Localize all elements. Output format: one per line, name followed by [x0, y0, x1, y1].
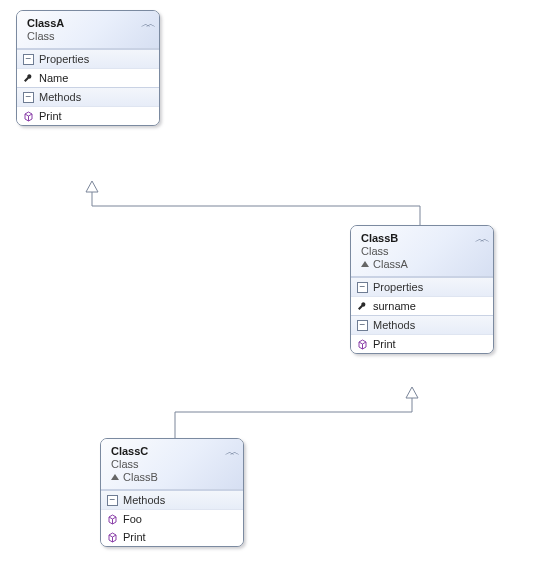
minus-toggle-icon[interactable]: −: [23, 92, 34, 103]
member-name: surname: [373, 300, 416, 312]
collapse-chevron-icon[interactable]: ︿︿: [225, 445, 235, 459]
class-header[interactable]: ︿︿ ClassA Class: [17, 11, 159, 49]
section-properties: −Properties Name: [17, 49, 159, 87]
class-node-classa[interactable]: ︿︿ ClassA Class −Properties Name −Method…: [16, 10, 160, 126]
section-methods: −Methods Foo Print: [101, 490, 243, 546]
member-name: Print: [123, 531, 146, 543]
class-title: ClassB: [361, 232, 485, 244]
section-label: Methods: [39, 91, 81, 103]
member-row[interactable]: Foo: [101, 510, 243, 528]
class-stereotype: Class: [27, 30, 151, 42]
section-label: Properties: [373, 281, 423, 293]
section-header[interactable]: −Properties: [351, 278, 493, 297]
class-stereotype: Class: [361, 245, 485, 257]
class-title: ClassC: [111, 445, 235, 457]
minus-toggle-icon[interactable]: −: [107, 495, 118, 506]
member-row[interactable]: Print: [101, 528, 243, 546]
base-class-label: ClassB: [111, 471, 235, 483]
wrench-icon: [23, 73, 34, 84]
class-node-classc[interactable]: ︿︿ ClassC Class ClassB −Methods Foo Prin…: [100, 438, 244, 547]
member-name: Foo: [123, 513, 142, 525]
diagram-canvas: ︿︿ ClassA Class −Properties Name −Method…: [0, 0, 538, 563]
member-name: Print: [39, 110, 62, 122]
class-header[interactable]: ︿︿ ClassB Class ClassA: [351, 226, 493, 277]
minus-toggle-icon[interactable]: −: [357, 282, 368, 293]
class-header[interactable]: ︿︿ ClassC Class ClassB: [101, 439, 243, 490]
minus-toggle-icon[interactable]: −: [23, 54, 34, 65]
section-label: Properties: [39, 53, 89, 65]
method-cube-icon: [23, 111, 34, 122]
section-methods: −Methods Print: [17, 87, 159, 125]
member-name: Print: [373, 338, 396, 350]
minus-toggle-icon[interactable]: −: [357, 320, 368, 331]
section-header[interactable]: −Properties: [17, 50, 159, 69]
member-name: Name: [39, 72, 68, 84]
section-label: Methods: [123, 494, 165, 506]
class-title: ClassA: [27, 17, 151, 29]
section-properties: −Properties surname: [351, 277, 493, 315]
method-cube-icon: [357, 339, 368, 350]
class-node-classb[interactable]: ︿︿ ClassB Class ClassA −Properties surna…: [350, 225, 494, 354]
section-label: Methods: [373, 319, 415, 331]
collapse-chevron-icon[interactable]: ︿︿: [141, 17, 151, 31]
section-header[interactable]: −Methods: [351, 316, 493, 335]
section-methods: −Methods Print: [351, 315, 493, 353]
section-header[interactable]: −Methods: [101, 491, 243, 510]
section-header[interactable]: −Methods: [17, 88, 159, 107]
wrench-icon: [357, 301, 368, 312]
method-cube-icon: [107, 532, 118, 543]
method-cube-icon: [107, 514, 118, 525]
class-stereotype: Class: [111, 458, 235, 470]
member-row[interactable]: surname: [351, 297, 493, 315]
member-row[interactable]: Name: [17, 69, 159, 87]
member-row[interactable]: Print: [17, 107, 159, 125]
member-row[interactable]: Print: [351, 335, 493, 353]
collapse-chevron-icon[interactable]: ︿︿: [475, 232, 485, 246]
base-class-label: ClassA: [361, 258, 485, 270]
